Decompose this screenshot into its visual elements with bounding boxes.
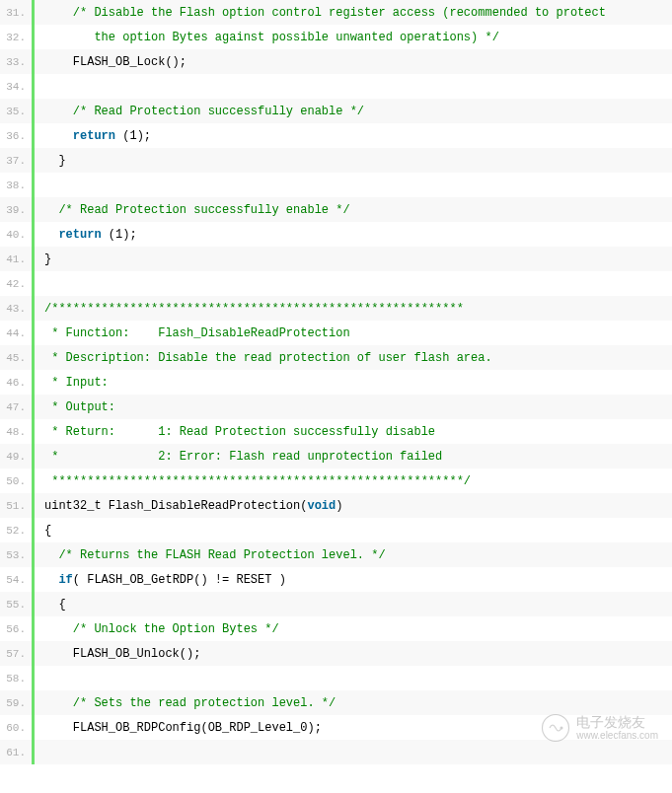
- token-comment: * Description: Disable the read protecti…: [44, 351, 492, 365]
- token-plain: }: [44, 154, 66, 168]
- code-content: ****************************************…: [44, 474, 672, 488]
- code-content: return (1);: [44, 129, 672, 143]
- token-comment: ****************************************…: [44, 474, 471, 488]
- gutter-bar: [32, 690, 35, 715]
- gutter-bar: [32, 370, 35, 395]
- token-comment: /* Read Protection successfully enable *…: [44, 203, 350, 217]
- token-comment: /* Sets the read protection level. */: [44, 696, 336, 710]
- line-number: 48.: [0, 426, 32, 438]
- code-content: FLASH_OB_RDPConfig(OB_RDP_Level_0);: [44, 721, 672, 735]
- code-content: {: [44, 598, 672, 612]
- token-plain: [44, 228, 58, 242]
- gutter-bar: [32, 74, 35, 99]
- line-number: 56.: [0, 623, 32, 635]
- line-number: 47.: [0, 401, 32, 413]
- line-number: 41.: [0, 253, 32, 265]
- token-keyword: if: [58, 573, 72, 587]
- token-plain: (1);: [115, 129, 151, 143]
- code-line: 48. * Return: 1: Read Protection success…: [0, 419, 672, 444]
- gutter-bar: [32, 99, 35, 123]
- code-line: 32. the option Bytes against possible un…: [0, 25, 672, 49]
- gutter-bar: [32, 321, 35, 345]
- token-plain: uint32_t Flash_DisableReadProtection(: [44, 499, 307, 513]
- token-plain: FLASH_OB_RDPConfig(OB_RDP_Level_0);: [44, 721, 322, 735]
- gutter-bar: [32, 173, 35, 197]
- token-comment: /***************************************…: [44, 302, 464, 316]
- code-content: the option Bytes against possible unwant…: [44, 31, 672, 44]
- code-container: 31. /* Disable the Flash option control …: [0, 0, 672, 764]
- token-comment: /* Disable the Flash option control regi…: [44, 6, 606, 20]
- token-comment: * 2: Error: Flash read unprotection fail…: [44, 450, 442, 464]
- code-content: * Input:: [44, 376, 672, 390]
- code-line: 34.: [0, 74, 672, 99]
- code-content: /* Read Protection successfully enable *…: [44, 105, 672, 118]
- gutter-bar: [32, 419, 35, 444]
- gutter-bar: [32, 345, 35, 370]
- code-content: * Output:: [44, 400, 672, 414]
- line-number: 61.: [0, 747, 32, 758]
- token-plain: FLASH_OB_Unlock();: [44, 647, 200, 661]
- code-content: {: [44, 524, 672, 538]
- gutter-bar: [32, 641, 35, 666]
- gutter-bar: [32, 493, 35, 518]
- token-comment: /* Unlock the Option Bytes */: [44, 622, 279, 636]
- token-keyword: return: [73, 129, 115, 143]
- token-comment: * Input:: [44, 376, 109, 390]
- token-comment: the option Bytes against possible unwant…: [44, 31, 499, 44]
- gutter-bar: [32, 25, 35, 49]
- gutter-bar: [32, 469, 35, 493]
- line-number: 59.: [0, 697, 32, 709]
- token-comment: /* Read Protection successfully enable *…: [44, 105, 364, 118]
- code-line: 31. /* Disable the Flash option control …: [0, 0, 672, 25]
- line-number: 50.: [0, 475, 32, 487]
- line-number: 42.: [0, 278, 32, 290]
- gutter-bar: [32, 222, 35, 247]
- code-content: * Function: Flash_DisableReadProtection: [44, 326, 672, 340]
- code-line: 58.: [0, 666, 672, 690]
- gutter-bar: [32, 148, 35, 173]
- code-content: * 2: Error: Flash read unprotection fail…: [44, 450, 672, 464]
- line-number: 38.: [0, 180, 32, 191]
- gutter-bar: [32, 542, 35, 567]
- code-line: 56. /* Unlock the Option Bytes */: [0, 616, 672, 641]
- line-number: 52.: [0, 525, 32, 537]
- code-line: 39. /* Read Protection successfully enab…: [0, 197, 672, 222]
- code-line: 51.uint32_t Flash_DisableReadProtection(…: [0, 493, 672, 518]
- code-content: /* Returns the FLASH Read Protection lev…: [44, 548, 672, 562]
- line-number: 43.: [0, 303, 32, 315]
- code-content: FLASH_OB_Lock();: [44, 55, 672, 69]
- code-line: 57. FLASH_OB_Unlock();: [0, 641, 672, 666]
- gutter-bar: [32, 715, 35, 740]
- token-comment: /* Returns the FLASH Read Protection lev…: [44, 548, 386, 562]
- code-line: 55. {: [0, 592, 672, 616]
- code-line: 61.: [0, 740, 672, 764]
- code-line: 46. * Input:: [0, 370, 672, 395]
- token-plain: [44, 573, 58, 587]
- token-plain: ( FLASH_OB_GetRDP() != RESET ): [73, 573, 286, 587]
- gutter-bar: [32, 567, 35, 592]
- code-line: 45. * Description: Disable the read prot…: [0, 345, 672, 370]
- line-number: 36.: [0, 130, 32, 142]
- code-content: FLASH_OB_Unlock();: [44, 647, 672, 661]
- line-number: 53.: [0, 549, 32, 561]
- code-content: }: [44, 154, 672, 168]
- gutter-bar: [32, 518, 35, 542]
- line-number: 40.: [0, 229, 32, 241]
- token-plain: ): [336, 499, 342, 513]
- code-content: uint32_t Flash_DisableReadProtection(voi…: [44, 499, 672, 513]
- code-line: 38.: [0, 173, 672, 197]
- code-content: /* Unlock the Option Bytes */: [44, 622, 672, 636]
- gutter-bar: [32, 395, 35, 419]
- line-number: 35.: [0, 106, 32, 117]
- gutter-bar: [32, 123, 35, 148]
- line-number: 51.: [0, 500, 32, 512]
- gutter-bar: [32, 0, 35, 25]
- gutter-bar: [32, 49, 35, 74]
- gutter-bar: [32, 271, 35, 296]
- code-line: 37. }: [0, 148, 672, 173]
- token-plain: (1);: [102, 228, 137, 242]
- line-number: 45.: [0, 352, 32, 364]
- line-number: 37.: [0, 155, 32, 167]
- token-keyword: return: [58, 228, 101, 242]
- code-content: return (1);: [44, 228, 672, 242]
